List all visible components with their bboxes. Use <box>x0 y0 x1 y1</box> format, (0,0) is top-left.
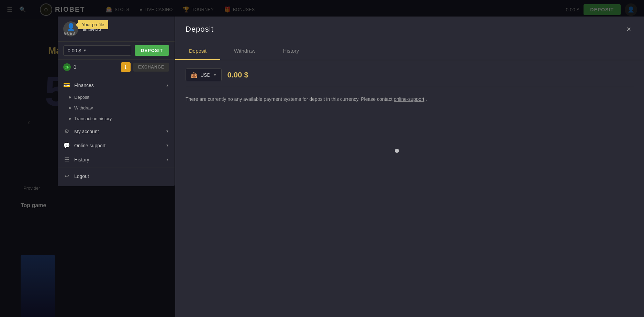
modal-title: Deposit <box>186 25 214 34</box>
history-icon: ☰ <box>63 156 70 163</box>
finances-label: Finances <box>74 83 162 88</box>
info-suffix: . <box>426 96 427 102</box>
my-account-arrow-icon: ▼ <box>166 129 169 133</box>
nav-divider <box>58 168 175 168</box>
history-label: History <box>74 157 162 162</box>
online-support-header[interactable]: 💬 Online support ▼ <box>58 139 175 152</box>
profile-tooltip: Your profile <box>78 20 108 29</box>
dot-icon <box>69 118 71 120</box>
currency-arrow-icon: ▼ <box>213 73 217 77</box>
sidebar-navigation: 💳 Finances ▲ Deposit Withdraw Transactio… <box>58 75 175 186</box>
online-support-link[interactable]: online-support <box>394 96 424 102</box>
balance-row: 0.00 $ ▼ DEPOSIT <box>58 42 175 60</box>
info-button[interactable]: ℹ <box>121 62 131 72</box>
logout-label: Logout <box>74 173 169 179</box>
dot-icon <box>69 96 71 98</box>
sidebar-deposit-button[interactable]: DEPOSIT <box>135 45 169 56</box>
sidebar-header: 👤 GUEST Your profile ambler.ru <box>58 17 175 42</box>
currency-row: 👜 USD ▼ 0.00 $ <box>186 68 634 87</box>
my-account-icon: ⚙ <box>63 128 70 135</box>
sidebar-item-withdraw[interactable]: Withdraw <box>58 103 175 113</box>
history-section: ☰ History ▼ <box>58 153 175 166</box>
my-account-label: My account <box>74 129 162 134</box>
info-message-text: There are currently no any available pay… <box>186 96 392 102</box>
my-account-section: ⚙ My account ▼ <box>58 125 175 138</box>
modal-close-button[interactable]: × <box>624 23 634 35</box>
sidebar-item-transaction-history[interactable]: Transaction history <box>58 113 175 124</box>
tab-withdraw[interactable]: Withdraw <box>220 42 269 60</box>
amount-value: 0.00 <box>227 71 242 79</box>
history-header[interactable]: ☰ History ▼ <box>58 153 175 166</box>
online-support-icon: 💬 <box>63 142 70 149</box>
history-arrow-icon: ▼ <box>166 158 169 161</box>
finances-icon: 💳 <box>63 82 70 88</box>
finances-section-header[interactable]: 💳 Finances ▲ <box>58 78 175 92</box>
logout-icon: ↩ <box>63 173 70 179</box>
cp-row: CP 0 ℹ EXCHANGE <box>58 60 175 75</box>
wallet-icon: 👜 <box>191 72 198 78</box>
my-account-header[interactable]: ⚙ My account ▼ <box>58 125 175 138</box>
guest-label: GUEST <box>64 32 77 35</box>
modal-tabs: Deposit Withdraw History <box>175 42 644 60</box>
logout-section: ↩ Logout <box>58 169 175 183</box>
balance-value: 0.00 $ <box>68 48 81 53</box>
cp-badge: CP <box>63 63 71 71</box>
deposit-modal: Deposit × Deposit Withdraw History 👜 USD… <box>175 17 644 317</box>
currency-label: USD <box>200 72 211 78</box>
finances-sub-items: Deposit Withdraw Transaction history <box>58 92 175 124</box>
cp-value: 0 <box>74 64 118 70</box>
currency-sym: $ <box>244 71 248 79</box>
online-support-arrow-icon: ▼ <box>166 144 169 147</box>
sidebar-balance[interactable]: 0.00 $ ▼ <box>63 45 131 56</box>
sidebar-item-deposit[interactable]: Deposit <box>58 92 175 103</box>
deposit-label: Deposit <box>74 95 89 100</box>
info-message: There are currently no any available pay… <box>186 95 634 103</box>
exchange-button[interactable]: EXCHANGE <box>133 63 169 72</box>
tooltip-text: Your profile <box>82 22 104 27</box>
finances-section: 💳 Finances ▲ Deposit Withdraw Transactio… <box>58 78 175 124</box>
tab-deposit[interactable]: Deposit <box>175 42 220 60</box>
modal-header: Deposit × <box>175 17 644 42</box>
logout-header[interactable]: ↩ Logout <box>58 169 175 183</box>
tab-history[interactable]: History <box>269 42 313 60</box>
balance-arrow-icon: ▼ <box>83 49 87 52</box>
transaction-history-label: Transaction history <box>74 116 112 121</box>
online-support-label: Online support <box>74 143 162 148</box>
modal-body: 👜 USD ▼ 0.00 $ There are currently no an… <box>175 60 644 317</box>
currency-amount: 0.00 $ <box>227 71 248 80</box>
withdraw-label: Withdraw <box>74 105 93 110</box>
finances-arrow-icon: ▲ <box>166 83 169 87</box>
currency-selector[interactable]: 👜 USD ▼ <box>186 68 222 81</box>
sidebar-panel: 👤 GUEST Your profile ambler.ru 0.00 $ ▼ … <box>58 17 175 186</box>
avatar-icon: 👤 <box>67 23 75 31</box>
dot-icon <box>69 107 71 109</box>
online-support-section: 💬 Online support ▼ <box>58 139 175 152</box>
